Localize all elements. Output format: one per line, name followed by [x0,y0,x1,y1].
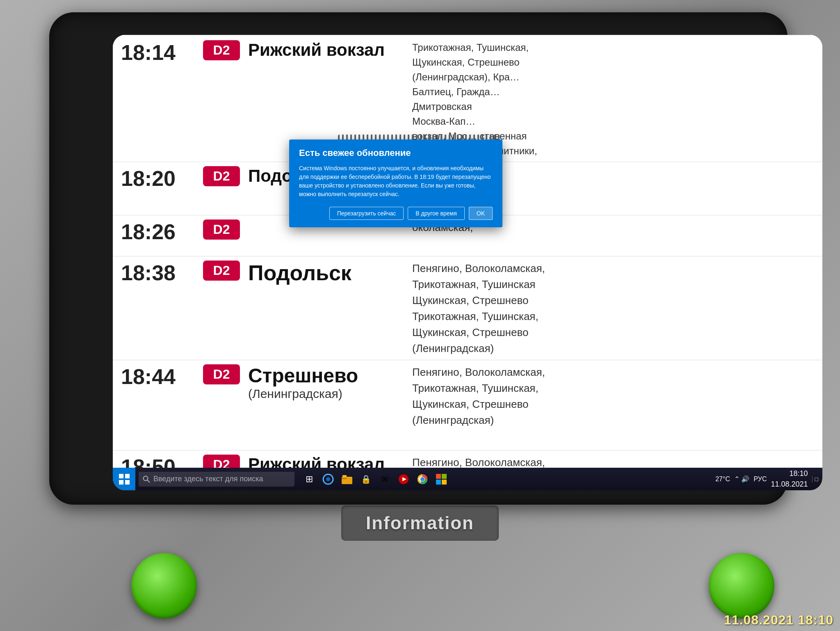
screen: 18:14 D2 Рижский вокзал Трикотажная, Туш… [113,35,822,490]
svg-rect-3 [125,480,130,485]
info-label-container: Information [341,505,499,541]
departure-time: 18:20 [121,166,195,191]
language-indicator: РУС [753,476,767,483]
svg-line-5 [147,480,150,482]
departure-time: 18:26 [121,219,195,244]
file-explorer-icon[interactable] [340,473,354,486]
table-row: 18:44 D2 Стрешнево (Ленинградская) Пеняг… [113,360,822,450]
departure-time: 18:14 [121,40,195,65]
line-badge: D2 [203,219,240,240]
svg-rect-2 [119,480,123,485]
destination-subtitle: (Ленинградская) [248,387,342,400]
taskbar-clock: 18:10 11.08.2021 [771,469,808,489]
line-badge: D2 [203,40,240,60]
line-badge: D2 [203,364,240,384]
clock-time: 18:10 [771,469,808,479]
mail-icon[interactable]: ✉ [378,473,391,486]
lock-icon[interactable]: 🔒 [359,473,372,486]
svg-point-7 [326,477,330,481]
line-badge: D2 [203,261,240,281]
taskbar-system-tray: 27°C ⌃ 🔊 РУС 18:10 11.08.2021 □ [715,469,822,489]
line-badge: D2 [203,166,240,186]
green-button-right[interactable] [709,553,774,619]
schedule-app: 18:14 D2 Рижский вокзал Трикотажная, Туш… [113,35,822,490]
restart-now-button[interactable]: Перезагрузить сейчас [329,207,404,220]
departure-time: 18:38 [121,261,195,285]
info-label-plate: Information [341,505,499,541]
svg-rect-1 [125,474,130,478]
svg-point-14 [420,477,425,481]
later-button[interactable]: В другое время [408,207,465,220]
taskbar-app-icons: ⊞ 🔒 [303,473,448,486]
dialog-body: Система Windows постоянно улучшается, и … [299,164,493,199]
svg-rect-10 [342,475,347,478]
screen-bezel: 18:14 D2 Рижский вокзал Трикотажная, Туш… [49,12,788,505]
system-icons: ⌃ 🔊 [734,475,749,483]
ok-button[interactable]: OK [469,207,493,220]
clock-date: 11.08.2021 [771,479,808,489]
svg-rect-16 [442,474,447,479]
table-row: 18:38 D2 Подольск Пенягино, Волоколамска… [113,256,822,360]
taskbar-search-box[interactable]: Введите здесь текст для поиска [139,472,294,487]
weather-temp: 27°C [715,476,730,483]
task-view-icon[interactable]: ⊞ [303,473,316,486]
photo-timestamp: 11.08.2021 18:10 [724,613,833,628]
show-desktop[interactable]: □ [812,476,818,482]
svg-rect-17 [436,480,441,485]
svg-point-4 [144,476,148,480]
update-dialog: Есть свежее обновление Система Windows п… [289,139,502,227]
svg-rect-18 [442,480,447,485]
search-placeholder: Введите здесь текст для поиска [153,475,263,483]
svg-rect-0 [119,474,123,478]
departure-time: 18:44 [121,364,195,389]
kiosk-body: 18:14 D2 Рижский вокзал Трикотажная, Туш… [0,0,840,631]
browser-icon[interactable] [322,473,335,486]
stops: Пенягино, Волоколамская,Трикотажная, Туш… [412,364,814,428]
info-label: Information [366,513,474,533]
chrome-icon[interactable] [416,473,429,486]
dialog-title: Есть свежее обновление [299,148,493,158]
dialog-buttons: Перезагрузить сейчас В другое время OK [299,207,493,220]
destination: Рижский вокзал [248,40,404,60]
media-icon[interactable] [397,473,410,486]
taskbar: Введите здесь текст для поиска ⊞ [113,468,822,490]
destination: Подольск [248,261,404,285]
store-icon[interactable] [435,473,448,486]
svg-rect-9 [342,478,347,479]
destination: Стрешнево [248,364,404,387]
start-button[interactable] [113,468,135,490]
stops: Пенягино, Волоколамская,Трикотажная, Туш… [412,261,814,357]
svg-rect-15 [436,474,441,479]
green-button-left[interactable] [131,553,197,619]
